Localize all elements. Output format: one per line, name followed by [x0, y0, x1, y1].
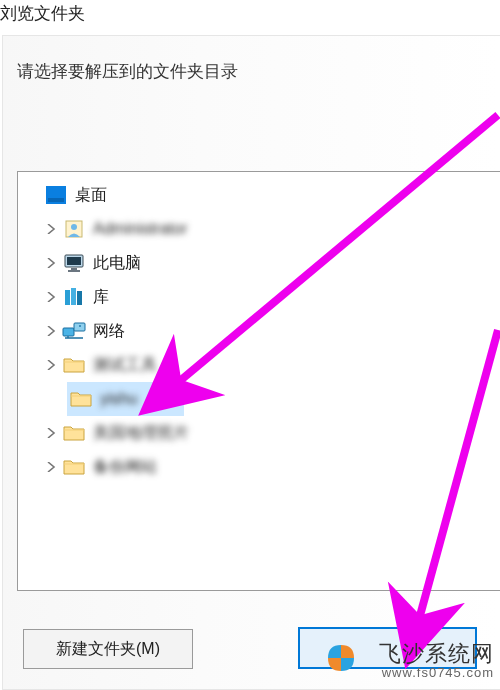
- desktop-icon: [44, 183, 68, 207]
- tree-label: 美国地理照片: [93, 423, 189, 444]
- tree-row-selected[interactable]: yishu: [67, 382, 184, 416]
- tree-label: 此电脑: [93, 253, 141, 274]
- network-icon: [62, 319, 86, 343]
- svg-rect-10: [77, 291, 82, 305]
- expander-icon[interactable]: [40, 320, 62, 342]
- pc-icon: [62, 251, 86, 275]
- new-folder-button[interactable]: 新建文件夹(M): [23, 629, 193, 669]
- dialog-body: 请选择要解压到的文件夹目录 桌面 Administrator: [2, 35, 500, 690]
- svg-rect-7: [68, 270, 80, 272]
- tree-row[interactable]: 此电脑: [22, 246, 500, 280]
- tree-label: 测试工具: [93, 355, 157, 376]
- svg-point-3: [71, 224, 77, 230]
- folder-icon: [62, 455, 86, 479]
- library-icon: [62, 285, 86, 309]
- expander-icon[interactable]: [40, 286, 62, 308]
- svg-rect-8: [65, 290, 70, 305]
- svg-rect-5: [67, 257, 81, 265]
- instruction-text: 请选择要解压到的文件夹目录: [17, 60, 238, 83]
- expander-icon[interactable]: [40, 252, 62, 274]
- folder-icon: [62, 353, 86, 377]
- watermark-url: www.fs0745.com: [379, 666, 494, 680]
- watermark-icon: [324, 641, 358, 678]
- tree-row[interactable]: 网络: [22, 314, 500, 348]
- expander-icon[interactable]: [40, 456, 62, 478]
- expander-icon[interactable]: [40, 354, 62, 376]
- tree-label: 库: [93, 287, 109, 308]
- folder-icon: [69, 387, 93, 411]
- expander-icon[interactable]: [40, 218, 62, 240]
- dialog-title: 刘览文件夹: [0, 2, 85, 25]
- watermark-title: 飞沙系统网: [379, 642, 494, 666]
- button-label: 新建文件夹(M): [56, 639, 160, 660]
- folder-tree[interactable]: 桌面 Administrator 此电脑: [17, 171, 500, 591]
- expander-icon[interactable]: [40, 422, 62, 444]
- watermark: 飞沙系统网 www.fs0745.com: [379, 642, 494, 680]
- tree-row[interactable]: 库: [22, 280, 500, 314]
- tree-row[interactable]: 备份网站: [22, 450, 500, 484]
- svg-rect-6: [71, 268, 77, 270]
- svg-rect-9: [71, 288, 76, 305]
- tree-row[interactable]: Administrator: [22, 212, 500, 246]
- tree-row-root[interactable]: 桌面: [22, 178, 500, 212]
- tree-label: 桌面: [75, 185, 107, 206]
- spacer: [22, 184, 44, 206]
- svg-rect-11: [63, 328, 74, 336]
- tree-row[interactable]: 美国地理照片: [22, 416, 500, 450]
- tree-label: Administrator: [93, 220, 187, 238]
- tree-row[interactable]: 测试工具: [22, 348, 500, 382]
- svg-rect-1: [48, 198, 64, 202]
- tree-label: 备份网站: [93, 457, 157, 478]
- tree-label: yishu: [100, 390, 137, 408]
- user-icon: [62, 217, 86, 241]
- tree-label: 网络: [93, 321, 125, 342]
- folder-icon: [62, 421, 86, 445]
